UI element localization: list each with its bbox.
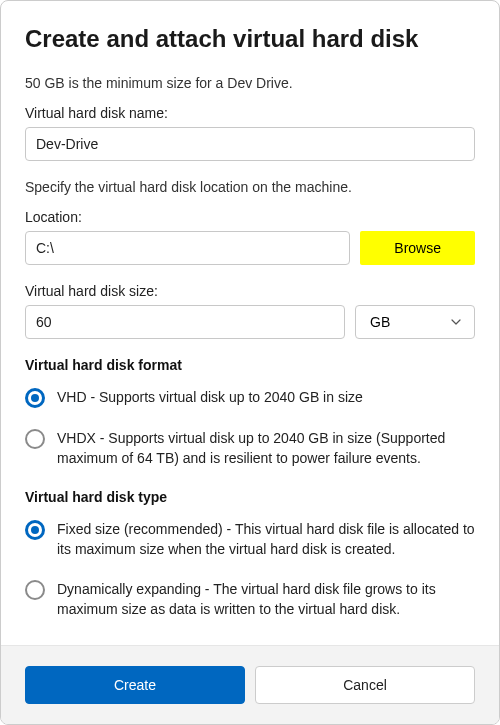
browse-button[interactable]: Browse <box>360 231 475 265</box>
size-row: GB <box>25 305 475 339</box>
type-option-label: Fixed size (recommended) - This virtual … <box>57 519 475 560</box>
location-row: Browse <box>25 231 475 265</box>
dialog-title: Create and attach virtual hard disk <box>25 25 475 53</box>
location-input[interactable] <box>25 231 350 265</box>
format-heading: Virtual hard disk format <box>25 357 475 373</box>
size-unit-value: GB <box>370 314 390 330</box>
type-option-label: Dynamically expanding - The virtual hard… <box>57 579 475 620</box>
type-heading: Virtual hard disk type <box>25 489 475 505</box>
size-input[interactable] <box>25 305 345 339</box>
format-option-label: VHDX - Supports virtual disk up to 2040 … <box>57 428 475 469</box>
chevron-down-icon <box>450 316 462 328</box>
location-label: Location: <box>25 209 475 225</box>
radio-icon <box>25 388 45 408</box>
radio-icon <box>25 429 45 449</box>
size-unit-select[interactable]: GB <box>355 305 475 339</box>
disk-name-input[interactable] <box>25 127 475 161</box>
format-option-vhd[interactable]: VHD - Supports virtual disk up to 2040 G… <box>25 387 475 408</box>
format-option-label: VHD - Supports virtual disk up to 2040 G… <box>57 387 475 407</box>
min-size-hint: 50 GB is the minimum size for a Dev Driv… <box>25 75 475 91</box>
disk-name-label: Virtual hard disk name: <box>25 105 475 121</box>
dialog-body: Create and attach virtual hard disk 50 G… <box>1 1 499 645</box>
type-option-dynamic[interactable]: Dynamically expanding - The virtual hard… <box>25 579 475 620</box>
radio-icon <box>25 580 45 600</box>
size-label: Virtual hard disk size: <box>25 283 475 299</box>
dialog-footer: Create Cancel <box>1 645 499 724</box>
cancel-button[interactable]: Cancel <box>255 666 475 704</box>
type-option-fixed[interactable]: Fixed size (recommended) - This virtual … <box>25 519 475 560</box>
create-button[interactable]: Create <box>25 666 245 704</box>
location-hint: Specify the virtual hard disk location o… <box>25 179 475 195</box>
format-option-vhdx[interactable]: VHDX - Supports virtual disk up to 2040 … <box>25 428 475 469</box>
radio-icon <box>25 520 45 540</box>
